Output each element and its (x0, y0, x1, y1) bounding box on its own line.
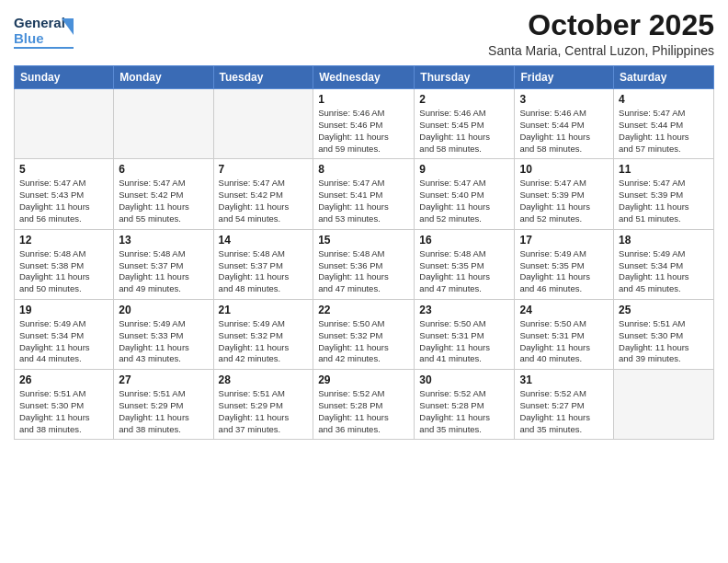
calendar-cell: 9Sunrise: 5:47 AMSunset: 5:40 PMDaylight… (415, 159, 515, 229)
day-info: Sunrise: 5:47 AMSunset: 5:39 PMDaylight:… (619, 178, 709, 224)
calendar-cell: 7Sunrise: 5:47 AMSunset: 5:42 PMDaylight… (213, 159, 313, 229)
calendar-cell (213, 89, 313, 159)
day-number: 23 (419, 304, 509, 316)
col-wednesday: Wednesday (313, 66, 415, 89)
day-info: Sunrise: 5:48 AMSunset: 5:37 PMDaylight:… (219, 248, 309, 295)
day-number: 21 (219, 304, 309, 316)
day-number: 29 (318, 373, 409, 386)
day-info: Sunrise: 5:47 AMSunset: 5:41 PMDaylight:… (318, 178, 409, 224)
day-info: Sunrise: 5:52 AMSunset: 5:28 PMDaylight:… (318, 388, 409, 435)
day-info: Sunrise: 5:47 AMSunset: 5:43 PMDaylight:… (19, 178, 108, 224)
day-number: 25 (619, 304, 709, 316)
day-info: Sunrise: 5:51 AMSunset: 5:29 PMDaylight:… (219, 388, 309, 435)
day-info: Sunrise: 5:47 AMSunset: 5:40 PMDaylight:… (419, 178, 509, 224)
calendar-week-5: 26Sunrise: 5:51 AMSunset: 5:30 PMDayligh… (15, 370, 714, 440)
day-info: Sunrise: 5:48 AMSunset: 5:36 PMDaylight:… (318, 248, 409, 295)
col-sunday: Sunday (15, 66, 114, 89)
day-number: 10 (519, 163, 609, 176)
day-number: 9 (419, 163, 509, 176)
logo: General Blue (14, 9, 78, 55)
month-title: October 2025 (488, 9, 714, 41)
calendar-week-3: 12Sunrise: 5:48 AMSunset: 5:38 PMDayligh… (15, 229, 714, 299)
day-number: 20 (119, 304, 208, 316)
calendar-cell: 28Sunrise: 5:51 AMSunset: 5:29 PMDayligh… (213, 370, 313, 440)
svg-text:Blue: Blue (14, 30, 44, 46)
day-number: 15 (318, 234, 409, 247)
day-number: 18 (619, 234, 709, 247)
day-number: 30 (419, 373, 509, 386)
calendar-cell: 11Sunrise: 5:47 AMSunset: 5:39 PMDayligh… (614, 159, 714, 229)
calendar-cell: 30Sunrise: 5:52 AMSunset: 5:28 PMDayligh… (415, 370, 515, 440)
calendar-cell: 2Sunrise: 5:46 AMSunset: 5:45 PMDaylight… (415, 89, 515, 159)
calendar-cell: 13Sunrise: 5:48 AMSunset: 5:37 PMDayligh… (114, 229, 213, 299)
calendar-week-1: 1Sunrise: 5:46 AMSunset: 5:46 PMDaylight… (15, 89, 714, 159)
day-number: 19 (19, 304, 108, 316)
col-saturday: Saturday (614, 66, 714, 89)
col-tuesday: Tuesday (213, 66, 313, 89)
day-info: Sunrise: 5:50 AMSunset: 5:31 PMDaylight:… (419, 318, 509, 365)
calendar-cell: 12Sunrise: 5:48 AMSunset: 5:38 PMDayligh… (15, 229, 114, 299)
day-info: Sunrise: 5:48 AMSunset: 5:35 PMDaylight:… (419, 248, 509, 295)
day-info: Sunrise: 5:46 AMSunset: 5:44 PMDaylight:… (519, 108, 609, 155)
svg-text:General: General (14, 15, 65, 30)
day-number: 24 (519, 304, 609, 316)
calendar-cell (614, 370, 714, 440)
calendar-cell (114, 89, 213, 159)
day-info: Sunrise: 5:51 AMSunset: 5:29 PMDaylight:… (119, 388, 208, 435)
day-info: Sunrise: 5:52 AMSunset: 5:27 PMDaylight:… (519, 388, 609, 435)
calendar-table: Sunday Monday Tuesday Wednesday Thursday… (14, 65, 714, 440)
day-number: 27 (119, 373, 208, 386)
day-number: 2 (419, 93, 509, 106)
calendar-cell: 24Sunrise: 5:50 AMSunset: 5:31 PMDayligh… (515, 299, 614, 369)
day-number: 12 (19, 234, 108, 247)
calendar-week-2: 5Sunrise: 5:47 AMSunset: 5:43 PMDaylight… (15, 159, 714, 229)
calendar-cell: 14Sunrise: 5:48 AMSunset: 5:37 PMDayligh… (213, 229, 313, 299)
day-number: 4 (619, 93, 709, 106)
day-number: 1 (318, 93, 409, 106)
calendar-cell: 4Sunrise: 5:47 AMSunset: 5:44 PMDaylight… (614, 89, 714, 159)
calendar-cell: 25Sunrise: 5:51 AMSunset: 5:30 PMDayligh… (614, 299, 714, 369)
day-number: 7 (219, 163, 309, 176)
calendar-cell: 21Sunrise: 5:49 AMSunset: 5:32 PMDayligh… (213, 299, 313, 369)
calendar-cell: 3Sunrise: 5:46 AMSunset: 5:44 PMDaylight… (515, 89, 614, 159)
col-thursday: Thursday (415, 66, 515, 89)
page: General Blue October 2025 Santa Maria, C… (0, 0, 728, 563)
header: General Blue October 2025 Santa Maria, C… (14, 9, 714, 58)
calendar-cell: 16Sunrise: 5:48 AMSunset: 5:35 PMDayligh… (415, 229, 515, 299)
day-number: 26 (19, 373, 108, 386)
calendar-cell: 15Sunrise: 5:48 AMSunset: 5:36 PMDayligh… (313, 229, 415, 299)
day-info: Sunrise: 5:49 AMSunset: 5:34 PMDaylight:… (619, 248, 709, 295)
calendar-cell: 23Sunrise: 5:50 AMSunset: 5:31 PMDayligh… (415, 299, 515, 369)
calendar-cell: 18Sunrise: 5:49 AMSunset: 5:34 PMDayligh… (614, 229, 714, 299)
day-number: 11 (619, 163, 709, 176)
day-info: Sunrise: 5:52 AMSunset: 5:28 PMDaylight:… (419, 388, 509, 435)
day-info: Sunrise: 5:47 AMSunset: 5:44 PMDaylight:… (619, 108, 709, 155)
day-info: Sunrise: 5:49 AMSunset: 5:33 PMDaylight:… (119, 318, 208, 365)
calendar-cell: 29Sunrise: 5:52 AMSunset: 5:28 PMDayligh… (313, 370, 415, 440)
day-number: 16 (419, 234, 509, 247)
calendar-cell: 19Sunrise: 5:49 AMSunset: 5:34 PMDayligh… (15, 299, 114, 369)
calendar-cell: 31Sunrise: 5:52 AMSunset: 5:27 PMDayligh… (515, 370, 614, 440)
day-info: Sunrise: 5:48 AMSunset: 5:38 PMDaylight:… (19, 248, 108, 295)
calendar-cell: 1Sunrise: 5:46 AMSunset: 5:46 PMDaylight… (313, 89, 415, 159)
logo-area: General Blue (14, 9, 78, 55)
day-info: Sunrise: 5:47 AMSunset: 5:39 PMDaylight:… (519, 178, 609, 224)
day-number: 5 (19, 163, 108, 176)
calendar-cell (15, 89, 114, 159)
day-info: Sunrise: 5:46 AMSunset: 5:46 PMDaylight:… (318, 108, 409, 155)
calendar-week-4: 19Sunrise: 5:49 AMSunset: 5:34 PMDayligh… (15, 299, 714, 369)
day-number: 17 (519, 234, 609, 247)
day-number: 13 (119, 234, 208, 247)
day-info: Sunrise: 5:47 AMSunset: 5:42 PMDaylight:… (219, 178, 309, 224)
calendar-cell: 17Sunrise: 5:49 AMSunset: 5:35 PMDayligh… (515, 229, 614, 299)
calendar-cell: 22Sunrise: 5:50 AMSunset: 5:32 PMDayligh… (313, 299, 415, 369)
day-number: 14 (219, 234, 309, 247)
day-info: Sunrise: 5:51 AMSunset: 5:30 PMDaylight:… (19, 388, 108, 435)
day-number: 28 (219, 373, 309, 386)
col-friday: Friday (515, 66, 614, 89)
calendar-header-row: Sunday Monday Tuesday Wednesday Thursday… (15, 66, 714, 89)
day-info: Sunrise: 5:49 AMSunset: 5:32 PMDaylight:… (219, 318, 309, 365)
day-info: Sunrise: 5:50 AMSunset: 5:32 PMDaylight:… (318, 318, 409, 365)
location-title: Santa Maria, Central Luzon, Philippines (488, 43, 714, 58)
calendar-cell: 5Sunrise: 5:47 AMSunset: 5:43 PMDaylight… (15, 159, 114, 229)
